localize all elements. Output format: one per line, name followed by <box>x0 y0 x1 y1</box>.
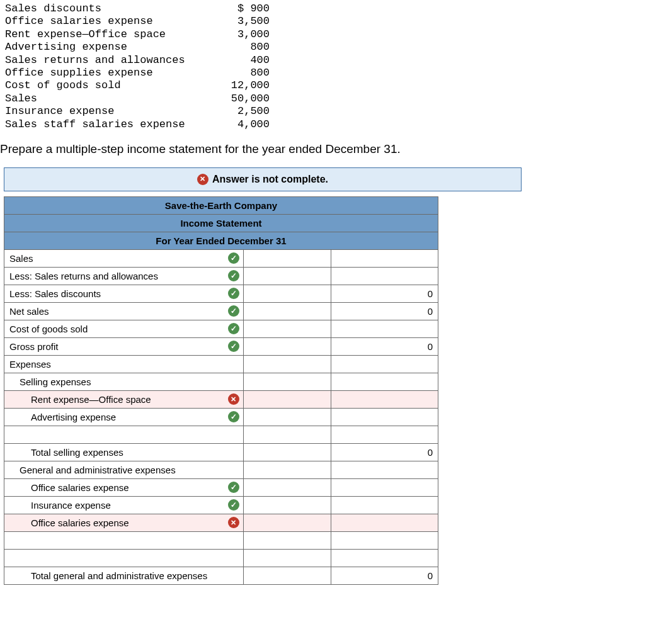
amount-cell-1[interactable] <box>243 249 331 267</box>
table-row: Less: Sales discounts0 <box>4 285 438 302</box>
amount-cell-1[interactable] <box>243 408 331 426</box>
table-row: Gross profit0 <box>4 337 438 355</box>
table-row <box>4 426 438 443</box>
table-row <box>4 531 438 549</box>
ledger-value: 12,000 <box>219 79 270 92</box>
amount-cell-1[interactable] <box>243 267 331 285</box>
amount-cell-1[interactable] <box>243 549 331 567</box>
row-label[interactable]: Office salaries expense <box>4 478 244 496</box>
amount-cell-1[interactable] <box>243 320 331 337</box>
table-row: Total selling expenses0 <box>4 443 438 461</box>
row-label[interactable]: Less: Sales returns and allowances <box>4 267 244 285</box>
amount-cell-2[interactable] <box>331 373 438 390</box>
check-icon <box>228 341 239 352</box>
amount-cell-2[interactable] <box>331 320 438 337</box>
ledger-value: 3,500 <box>219 15 270 28</box>
amount-cell-2[interactable] <box>331 355 438 373</box>
row-label[interactable] <box>4 426 244 443</box>
table-row: Total general and administrative expense… <box>4 567 438 584</box>
amount-cell-1[interactable] <box>243 531 331 549</box>
row-label[interactable]: Net sales <box>4 302 244 320</box>
row-label[interactable]: Expenses <box>4 355 244 373</box>
income-statement-table: Save-the-Earth Company Income Statement … <box>4 196 438 585</box>
statement-title: Income Statement <box>4 214 438 232</box>
table-row <box>4 549 438 567</box>
ledger-value: 800 <box>219 67 270 79</box>
table-row: Insurance expense <box>4 496 438 514</box>
row-label[interactable]: Less: Sales discounts <box>4 285 244 302</box>
row-label[interactable]: Advertising expense <box>4 408 244 426</box>
row-label[interactable]: Cost of goods sold <box>4 320 244 337</box>
amount-cell-2[interactable] <box>331 390 438 408</box>
amount-cell-2[interactable]: 0 <box>331 443 438 461</box>
ledger-label: Insurance expense <box>5 105 219 118</box>
amount-cell-1[interactable] <box>243 496 331 514</box>
amount-cell-2[interactable]: 0 <box>331 567 438 584</box>
answer-status-banner: Answer is not complete. <box>4 167 522 191</box>
check-icon <box>228 482 239 493</box>
amount-cell-1[interactable] <box>243 390 331 408</box>
amount-cell-1[interactable] <box>243 443 331 461</box>
amount-cell-2[interactable] <box>331 514 438 531</box>
error-icon <box>197 174 208 185</box>
amount-cell-2[interactable] <box>331 549 438 567</box>
ledger-table: Sales discounts$ 900Office salaries expe… <box>5 3 270 131</box>
amount-cell-2[interactable]: 0 <box>331 337 438 355</box>
row-label[interactable] <box>4 549 244 567</box>
amount-cell-1[interactable] <box>243 478 331 496</box>
check-icon <box>228 499 239 511</box>
ledger-value: 2,500 <box>219 105 270 118</box>
amount-cell-2[interactable]: 0 <box>331 285 438 302</box>
row-label[interactable]: Office salaries expense <box>4 514 244 531</box>
row-label[interactable]: General and administrative expenses <box>4 461 244 478</box>
amount-cell-2[interactable] <box>331 408 438 426</box>
ledger-label: Cost of goods sold <box>5 79 219 92</box>
amount-cell-1[interactable] <box>243 514 331 531</box>
row-label[interactable]: Gross profit <box>4 337 244 355</box>
amount-cell-2[interactable] <box>331 426 438 443</box>
amount-cell-2[interactable]: 0 <box>331 302 438 320</box>
check-icon <box>228 411 239 422</box>
row-label[interactable]: Total selling expenses <box>4 443 244 461</box>
table-row: Advertising expense <box>4 408 438 426</box>
amount-cell-1[interactable] <box>243 355 331 373</box>
amount-cell-2[interactable] <box>331 531 438 549</box>
amount-cell-1[interactable] <box>243 337 331 355</box>
ledger-value: $ 900 <box>219 3 270 15</box>
amount-cell-1[interactable] <box>243 285 331 302</box>
row-label[interactable]: Insurance expense <box>4 496 244 514</box>
amount-cell-2[interactable] <box>331 478 438 496</box>
row-label[interactable]: Selling expenses <box>4 373 244 390</box>
ledger-value: 50,000 <box>219 93 270 105</box>
table-row: Net sales0 <box>4 302 438 320</box>
table-row: Rent expense—Office space <box>4 390 438 408</box>
company-header: Save-the-Earth Company <box>4 196 438 214</box>
ledger-label: Sales staff salaries expense <box>5 118 219 131</box>
table-row: Less: Sales returns and allowances <box>4 267 438 285</box>
instruction-text: Prepare a multiple-step income statement… <box>0 142 645 156</box>
row-label[interactable]: Rent expense—Office space <box>4 390 244 408</box>
statement-body: SalesLess: Sales returns and allowancesL… <box>4 249 438 584</box>
row-label[interactable]: Total general and administrative expense… <box>4 567 244 584</box>
amount-cell-1[interactable] <box>243 426 331 443</box>
table-row: Office salaries expense <box>4 478 438 496</box>
amount-cell-1[interactable] <box>243 302 331 320</box>
amount-cell-2[interactable] <box>331 496 438 514</box>
amount-cell-2[interactable] <box>331 461 438 478</box>
table-row: Cost of goods sold <box>4 320 438 337</box>
row-label[interactable] <box>4 531 244 549</box>
check-icon <box>228 305 239 317</box>
amount-cell-1[interactable] <box>243 461 331 478</box>
ledger-value: 400 <box>219 54 270 67</box>
check-icon <box>228 323 239 334</box>
check-icon <box>228 288 239 299</box>
ledger-label: Sales discounts <box>5 3 219 15</box>
amount-cell-2[interactable] <box>331 249 438 267</box>
amount-cell-1[interactable] <box>243 567 331 584</box>
ledger-label: Rent expense—Office space <box>5 28 219 41</box>
amount-cell-1[interactable] <box>243 373 331 390</box>
amount-cell-2[interactable] <box>331 267 438 285</box>
ledger-value: 3,000 <box>219 28 270 41</box>
statement-period: For Year Ended December 31 <box>4 232 438 249</box>
row-label[interactable]: Sales <box>4 249 244 267</box>
